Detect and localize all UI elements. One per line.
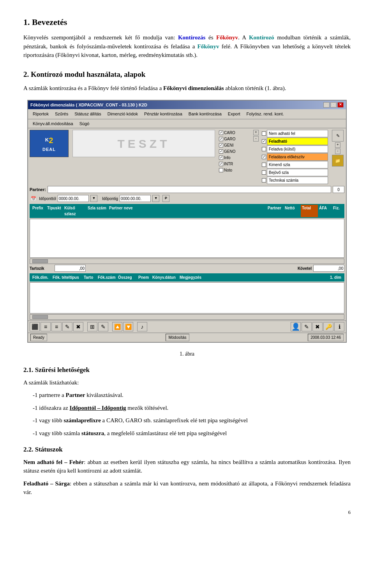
cb-caro[interactable]: ✓ CARO (219, 130, 250, 136)
date-row: 📅 Időponttól 0000.00.00. ▼ Időpontig 000… (28, 194, 346, 203)
toolbar-btn-14[interactable]: 🔑 (323, 322, 333, 331)
window-controls[interactable]: _ □ ✕ (323, 102, 344, 108)
date-to-input[interactable]: 0000.00.00. (120, 195, 151, 202)
cb-noto[interactable]: Noto (219, 167, 250, 173)
kovetel-value: ,00 (313, 265, 344, 272)
p-button[interactable]: P (162, 195, 169, 202)
toolbar-btn-10[interactable]: ♪ (137, 322, 147, 331)
add-button[interactable]: + (253, 130, 259, 135)
ready-label: Ready (30, 334, 47, 341)
dim-col-konyvdatum: Könyv.dátun (151, 274, 178, 281)
heading-2-2: 2.2. Státuszok (23, 445, 351, 455)
folder-icon-btn[interactable]: 📁 (332, 155, 344, 166)
screenshot-window: Főkönyvi dimenzialás ( XDPACCINV_CONT - … (27, 100, 347, 343)
minimize-button[interactable]: _ (323, 102, 330, 108)
kontirozó-link: Kontírozó (249, 34, 274, 41)
dim-col-tarto: Tarto (83, 274, 97, 281)
date-from-input[interactable]: 0000.00.00. (58, 195, 89, 202)
heading-1: 1. Bevezetés (23, 16, 351, 28)
toolbar-btn-13[interactable]: ✖ (312, 322, 323, 331)
menu-konyvall[interactable]: Könyv.áll.módosítása (30, 120, 76, 128)
statusbar: Ready Módosítás 2008.03.03 12:46 (28, 333, 346, 342)
menu-export[interactable]: Export (225, 110, 243, 118)
plus-icon-btn[interactable]: + (335, 142, 340, 148)
toolbar-btn-9[interactable]: 🔽 (123, 322, 133, 331)
section2-1-item3: -1 vagy több számlaprefixre a CARO, GARO… (33, 416, 351, 425)
cb-info[interactable]: ✓ Info (219, 155, 250, 161)
toolbar-btn-4[interactable]: ✎ (62, 322, 72, 331)
dim-col-megjegyzes: Megjegyzés (178, 274, 329, 281)
toolbar-btn-8[interactable]: 🔼 (112, 322, 122, 331)
col-afa: ÁFA (318, 205, 332, 217)
toolbar-btn-7[interactable]: ✎ (98, 322, 108, 331)
toolbar-btn-12[interactable]: ✎ (302, 322, 312, 331)
status-technikai: Technikai számla (262, 177, 328, 184)
dim-table-header: Fők.dim. Fők. tételtípus Tarto Fők.szám … (30, 273, 344, 282)
heading-2-2-number: 2.2. (23, 446, 34, 453)
toolbar-btn-11[interactable]: 👤 (291, 322, 301, 331)
intro-paragraph: Könyvelés szempontjából a rendszernek ké… (23, 33, 351, 60)
dim-scrollbar-h[interactable] (30, 314, 344, 320)
page-number: 6 (23, 508, 351, 516)
heading-2-2-title: Státuszok (35, 446, 63, 453)
menu-folyosz[interactable]: Folyósz. rend. kont. (243, 110, 287, 118)
date-from-label: Időponttól (39, 196, 56, 202)
checkboxes-area: ✓ CARO ✓ GARO ✓ GENI ✓ GENO ✓ Info ✓ INT… (219, 130, 250, 173)
heading-2-1-title: Szűrési lehetőségek (35, 366, 90, 374)
main-table-area (30, 219, 344, 258)
right-icon-col: ✎ + - 📁 (331, 130, 344, 166)
tartozik-label: Tartozik (30, 266, 53, 271)
menu-sugo[interactable]: Súgó (76, 120, 93, 128)
section2-1-intro: A számlák listázhatóak: (23, 378, 351, 387)
remove-button[interactable]: - (253, 136, 259, 142)
section2-1-item1: -1 partnerre a Partner kiválasztásával. (33, 391, 351, 400)
date-cal-btn[interactable]: ▼ (90, 195, 97, 202)
heading-2-1-number: 2.1. (23, 366, 34, 374)
modositas-label: Módosítás (166, 334, 189, 341)
col-fiz: Fiz. (332, 205, 343, 217)
dim-col-1dim: 1. dim (329, 274, 343, 281)
toolbar-btn-6[interactable]: ⊞ (87, 322, 97, 331)
toolbar-btn-2[interactable]: ≡ (41, 322, 51, 331)
cb-geni[interactable]: ✓ GENI (219, 142, 250, 148)
totals-row: Tartozik ,00 Követel ,00 (28, 264, 346, 273)
edit-icon-btn[interactable]: ✎ (332, 130, 344, 142)
menu-bank[interactable]: Bank kontírozása (185, 110, 225, 118)
section2-text: A számlák kontírozása és a Főkönyv felé … (23, 84, 351, 93)
dim-col-fokszam: Fők.szám (97, 274, 117, 281)
cb-geno[interactable]: ✓ GENO (219, 149, 250, 154)
close-button[interactable]: ✕ (337, 102, 344, 108)
toolbar-btn-3[interactable]: ≡ (51, 322, 62, 331)
status-feladhato: ✓ Feladható (262, 138, 328, 145)
menubar-2: Könyv.áll.módosítása Súgó (28, 119, 346, 129)
scroll-thumb[interactable] (32, 259, 48, 263)
menu-penztar[interactable]: Pénztár kontírozása (141, 110, 185, 118)
dim-col-pnem: Pnem (137, 274, 151, 281)
figure-caption: 1. ábra (23, 350, 351, 358)
menu-dimenzio[interactable]: Dimenzió kódok (104, 110, 141, 118)
minus-icon-btn[interactable]: - (335, 149, 340, 154)
fokonyv-link1: Főkönyv (216, 34, 238, 41)
main-scrollbar-h[interactable] (30, 259, 344, 264)
kontirotas-link: Kontírozás (178, 34, 206, 41)
calendar-icon: 📅 (30, 195, 37, 202)
kovetel-label: Követel (280, 266, 312, 271)
toolbar-btn-5[interactable]: ✖ (73, 322, 83, 331)
partner-num: 0 (333, 186, 344, 193)
toolbar-btn-15[interactable]: ℹ (334, 322, 344, 331)
status-kimeno: Kimenő szla (262, 161, 328, 168)
maximize-button[interactable]: □ (330, 102, 337, 108)
heading-2-number: 2. (23, 70, 29, 78)
menu-riportok[interactable]: Riportok (30, 110, 52, 118)
partner-input[interactable] (48, 186, 331, 193)
menu-statusz[interactable]: Státusz állítás (71, 110, 104, 118)
menu-szures[interactable]: Szűrés (52, 110, 71, 118)
fokonyv-link2: Főkönyv (198, 43, 219, 50)
cb-garo[interactable]: ✓ GARO (219, 136, 250, 142)
toolbar-btn-1[interactable]: ⬛ (30, 322, 40, 331)
dim-scroll-thumb[interactable] (32, 315, 48, 319)
status-nem-adhato-text: Nem adható fel – Fehér: abban az esetben… (23, 458, 351, 475)
cb-intr[interactable]: ✓ INTR (219, 161, 250, 167)
status-bejovo: Bejövő szla (262, 169, 328, 176)
date-to-cal-btn[interactable]: ▼ (152, 195, 159, 202)
